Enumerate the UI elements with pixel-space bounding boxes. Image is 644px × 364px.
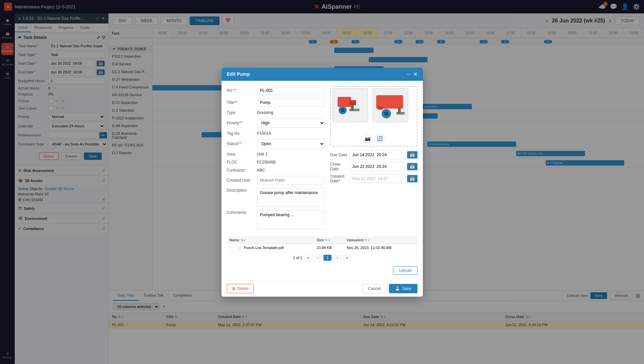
close-date-input-group: 📅 (349, 162, 417, 171)
sort-size[interactable]: ⇅▼ (325, 239, 331, 242)
priority-modal-select[interactable]: High Low Normal Critical (257, 118, 325, 128)
description-row: Description Grease pump after maintenanc… (227, 188, 325, 207)
svg-point-4 (341, 108, 345, 112)
priority-label: Priority* (227, 121, 257, 125)
floc-value: FC200458 (257, 160, 325, 165)
close-date-cal-button[interactable]: 📅 (407, 163, 417, 170)
floc-label: FLOC (227, 160, 257, 165)
contractor-label: Contractor (227, 168, 257, 173)
files-col-name: Name ⇅▼ (227, 236, 314, 244)
save-icon: 💾 (395, 286, 400, 291)
area-row: Area Unit 1 (227, 152, 325, 157)
priority-row: Priority* High Low Normal Critical (227, 118, 325, 128)
next-page-button[interactable]: › (334, 255, 341, 261)
first-page-button[interactable]: « (304, 255, 312, 261)
file-icon: 📄 (237, 246, 242, 250)
modal-cancel-button[interactable]: Cancel (362, 284, 386, 293)
floc-row: FLOC FC200458 (227, 160, 325, 165)
due-date-input-group: 📅 (349, 150, 417, 159)
created-user-input[interactable] (257, 176, 325, 185)
modal-title: Edit Pump (227, 71, 250, 77)
modal-overlay[interactable]: Edit Pump – ✕ No.* Title* (0, 0, 644, 364)
close-date-input[interactable] (349, 162, 406, 171)
files-section: Name ⇅▼ Size ⇅▼ Uploaded ⇅▼ ↑ ↓ 📄 (227, 236, 417, 275)
last-page-button[interactable]: » (343, 255, 351, 261)
svg-rect-12 (398, 107, 401, 114)
page-1-button[interactable]: 1 (324, 255, 332, 261)
no-input[interactable] (257, 86, 325, 95)
upload-button[interactable]: Upload (393, 266, 417, 275)
modal-close-button[interactable]: ✕ (413, 71, 417, 77)
modal-body: No.* Title* Type Greasing Priority* (221, 81, 423, 280)
modal-delete-button[interactable]: 🗑 Delete (227, 284, 254, 293)
upload-row: Upload (227, 263, 417, 275)
area-label: Area (227, 152, 257, 157)
file-row: ↑ ↓ 📄 Punch-List-Template.pdf 23.84 KB N… (227, 244, 417, 252)
svg-rect-8 (376, 95, 403, 109)
comments-textarea[interactable]: Pumped bearing ... (257, 210, 325, 229)
svg-point-10 (384, 111, 389, 116)
due-date-label: Due Date (330, 153, 349, 157)
prev-page-button[interactable]: ‹ (314, 255, 322, 261)
file-down-icon[interactable]: ↓ (233, 246, 235, 250)
created-date-cal-button[interactable]: 📅 (407, 175, 417, 182)
file-size: 23.84 KB (314, 244, 344, 252)
created-date-input-group: 📅 (349, 174, 417, 183)
created-date-input[interactable] (349, 174, 406, 183)
tag-no-label: Tag No. (227, 131, 257, 136)
files-col-size: Size ⇅▼ (314, 236, 344, 244)
image-refresh-button[interactable]: 🔄 (375, 134, 385, 143)
contractor-value: ABC (257, 168, 325, 173)
trash-icon: 🗑 (232, 286, 236, 291)
file-name-cell: ↑ ↓ 📄 Punch-List-Template.pdf (227, 244, 314, 252)
created-user-label: Created User (227, 178, 257, 183)
modal-minimize-button[interactable]: – (407, 71, 410, 77)
description-textarea[interactable]: Grease pump after maintenance (257, 188, 325, 207)
modal-action-buttons: Cancel 💾 Save (362, 284, 417, 293)
files-table: Name ⇅▼ Size ⇅▼ Uploaded ⇅▼ ↑ ↓ 📄 (227, 236, 417, 252)
tag-no-value: P1501A (257, 131, 325, 136)
status-label: Status* (227, 141, 257, 146)
due-date-group: Due Date 📅 Close Date 📅 (330, 150, 417, 183)
modal-form-right: 📷 🔄 Due Date 📅 (330, 86, 417, 232)
type-row: Type Greasing (227, 110, 325, 115)
created-date-label: Created Date* (330, 174, 349, 183)
close-date-row: Close Date 📅 (330, 162, 417, 171)
no-row: No.* (227, 86, 325, 95)
modal-footer: 🗑 Delete Cancel 💾 Save (221, 280, 423, 297)
status-row: Status* Open In Progress Closed (227, 139, 325, 148)
type-label: Type (227, 110, 257, 115)
pagination: 1 of 1 « ‹ 1 › » (227, 252, 417, 263)
sort-uploaded[interactable]: ⇅▼ (364, 239, 370, 242)
description-label: Description (227, 188, 257, 193)
modal-form: No.* Title* Type Greasing Priority* (227, 86, 417, 232)
svg-rect-5 (349, 109, 359, 111)
status-select[interactable]: Open In Progress Closed (257, 139, 325, 148)
tag-no-row: Tag No. P1501A (227, 131, 325, 136)
files-col-uploaded: Uploaded ⇅▼ (344, 236, 417, 244)
edit-pump-modal: Edit Pump – ✕ No.* Title* (221, 68, 423, 297)
svg-rect-13 (378, 107, 383, 110)
sort-name[interactable]: ⇅▼ (241, 239, 246, 242)
type-value: Greasing (257, 110, 325, 115)
created-user-row: Created User (227, 176, 325, 185)
pump-image (331, 87, 411, 134)
image-upload-area: 📷 🔄 (330, 86, 417, 146)
due-date-cal-button[interactable]: 📅 (407, 151, 417, 159)
area-value: Unit 1 (257, 152, 325, 157)
title-label: Title* (227, 100, 257, 105)
camera-button[interactable]: 📷 (363, 134, 373, 143)
file-name-group: ↑ ↓ 📄 Punch-List-Template.pdf (230, 246, 311, 250)
due-date-row: Due Date 📅 (330, 150, 417, 159)
contractor-row: Contractor ABC (227, 168, 325, 173)
created-date-row: Created Date* 📅 (330, 174, 417, 183)
page-info: 1 of 1 (293, 256, 302, 260)
file-uploaded: Nov 26, 2023, 11:02:40 AM (344, 244, 417, 252)
title-input[interactable] (257, 98, 325, 107)
svg-rect-6 (351, 105, 354, 110)
file-up-icon[interactable]: ↑ (230, 246, 232, 250)
title-row: Title* (227, 98, 325, 107)
comments-label: Comments (227, 210, 257, 215)
modal-save-button[interactable]: 💾 Save (389, 284, 417, 293)
due-date-input[interactable] (349, 150, 406, 159)
